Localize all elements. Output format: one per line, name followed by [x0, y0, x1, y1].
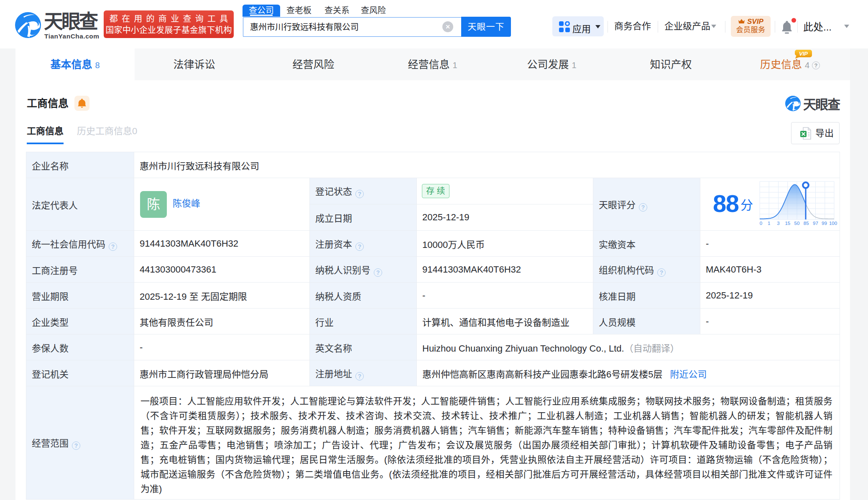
svg-text:97: 97 — [813, 221, 818, 226]
svg-text:100: 100 — [829, 221, 837, 226]
svg-text:50: 50 — [794, 221, 800, 226]
svg-text:85: 85 — [804, 221, 809, 226]
svg-text:0: 0 — [760, 221, 762, 226]
svg-text:1: 1 — [768, 221, 770, 226]
svg-text:99: 99 — [822, 221, 827, 226]
svg-text:3: 3 — [777, 221, 779, 226]
svg-text:VIP: VIP — [799, 51, 808, 57]
svg-text:15: 15 — [785, 221, 790, 226]
